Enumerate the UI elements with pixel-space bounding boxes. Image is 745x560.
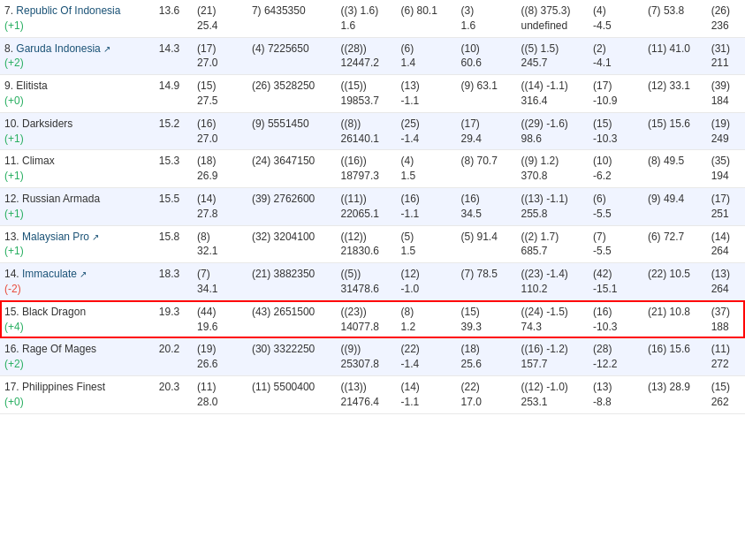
col9-cell: (17)-10.9 — [589, 75, 643, 113]
col6-sub: 1.2 — [401, 321, 416, 333]
col5-rank: ((3) 1.6) — [341, 4, 379, 17]
score-cell: 15.2 — [155, 112, 193, 150]
col4-cell: 7) 6435350 — [247, 0, 337, 37]
col9-cell: (15)-10.3 — [589, 112, 643, 150]
col9-val: (7) — [593, 231, 606, 243]
col10-cell: (6) 72.7 — [643, 225, 707, 263]
col6-val: (25) — [401, 117, 420, 130]
col9-val: (15) — [593, 117, 612, 130]
col7-cell: (22)17.0 — [456, 375, 516, 413]
score-cell: 15.5 — [155, 187, 193, 225]
col5-cell: ((5))31478.6 — [337, 263, 397, 301]
col6-val: (5) — [401, 231, 414, 243]
col11-rank: (31) — [711, 42, 730, 55]
col7-cell: (9) 63.1 — [456, 75, 516, 113]
table-row: 7. Republic Of Indonesia(+1)13.6(21)25.4… — [0, 0, 745, 37]
rank-delta: (+0) — [4, 396, 24, 408]
col7-sub: 29.4 — [460, 132, 481, 145]
col5-cell: ((9))25307.8 — [337, 338, 397, 376]
team-link[interactable]: Republic Of Indonesia — [16, 4, 120, 17]
col8-rank: ((9) 1.2) — [521, 155, 559, 167]
col7-cell: (15)39.3 — [456, 300, 516, 338]
col4-cell: (39) 2762600 — [247, 187, 337, 225]
col6-cell: (14)-1.1 — [397, 375, 457, 413]
col6-sub: -1.4 — [401, 358, 420, 370]
col6-val: (16) — [401, 193, 420, 205]
col7-sub: 1.6 — [460, 19, 475, 32]
col8-val: 316.4 — [521, 95, 547, 107]
col3-rank: (14) — [197, 193, 216, 205]
rank-cell: 15. Black Dragon(+4) — [0, 300, 155, 338]
col8-cell: ((2) 1.7)685.7 — [516, 225, 589, 263]
rank-cell: 12. Russian Armada(+1) — [0, 187, 155, 225]
rank-number: 14. — [4, 268, 22, 280]
col11-val: 272 — [711, 358, 729, 370]
col11-cell: (37)188 — [707, 300, 745, 338]
col5-val: 1.6 — [341, 19, 356, 32]
team-link[interactable]: Malaysian Pro ↗ — [22, 231, 99, 243]
col11-cell: (35)194 — [707, 150, 745, 188]
col5-rank: ((5)) — [341, 268, 361, 280]
col11-cell: (14)264 — [707, 225, 745, 263]
col3-rank: (18) — [197, 155, 216, 167]
col8-rank: ((16) -1.2) — [521, 343, 567, 355]
col8-rank: ((8) 375.3) — [521, 4, 570, 17]
col10-cell: (21) 10.8 — [643, 300, 707, 338]
rank-delta: (+1) — [4, 170, 24, 182]
table-row: 8. Garuda Indonesia ↗(+2)14.3(17)27.0(4)… — [0, 37, 745, 75]
col3-val: 27.8 — [197, 208, 217, 220]
col11-cell: (39)184 — [707, 75, 745, 113]
external-link-icon: ↗ — [103, 44, 110, 54]
col9-val: (10) — [593, 155, 612, 167]
col11-val: 249 — [711, 132, 729, 145]
col9-cell: (2)-4.1 — [589, 37, 643, 75]
col4-cell: (24) 3647150 — [247, 150, 337, 188]
main-table-container: 7. Republic Of Indonesia(+1)13.6(21)25.4… — [0, 0, 745, 414]
col5-val: 21476.4 — [341, 396, 379, 408]
col5-val: 18797.3 — [341, 170, 379, 182]
col7-cell: (7) 78.5 — [456, 263, 516, 301]
col11-val: 264 — [711, 283, 729, 295]
rank-delta: (+2) — [4, 358, 24, 370]
col9-sub: -6.2 — [593, 170, 612, 182]
col11-cell: (19)249 — [707, 112, 745, 150]
col11-rank: (35) — [711, 155, 730, 167]
col8-val: 74.3 — [521, 321, 541, 333]
team-link[interactable]: Garuda Indonesia ↗ — [16, 42, 110, 55]
col7-val: (17) — [460, 117, 479, 130]
rankings-table: 7. Republic Of Indonesia(+1)13.6(21)25.4… — [0, 0, 745, 414]
col9-val: (4) — [593, 4, 606, 17]
col11-cell: (26)236 — [707, 0, 745, 37]
rank-number: 8. — [4, 42, 16, 55]
col10-cell: (9) 49.4 — [643, 187, 707, 225]
col3-val: 28.0 — [197, 396, 217, 408]
col7-cell: (16)34.5 — [456, 187, 516, 225]
col10-cell: (12) 33.1 — [643, 75, 707, 113]
col8-rank: ((13) -1.1) — [521, 193, 567, 205]
col10-cell: (8) 49.5 — [643, 150, 707, 188]
col11-rank: (37) — [711, 306, 730, 318]
col7-cell: (17)29.4 — [456, 112, 516, 150]
rank-number: 12. — [4, 193, 22, 205]
col5-rank: ((11)) — [341, 193, 367, 205]
team-link[interactable]: Immaculate ↗ — [22, 268, 87, 280]
col3-rank: (15) — [197, 79, 216, 92]
score-cell: 15.3 — [155, 150, 193, 188]
col5-val: 21830.6 — [341, 245, 379, 257]
col8-rank: ((12) -1.0) — [521, 381, 567, 393]
col4-cell: (9) 5551450 — [247, 112, 337, 150]
col11-rank: (13) — [711, 268, 730, 280]
col6-val: (8) — [401, 306, 414, 318]
external-link-icon: ↗ — [92, 232, 99, 242]
col9-cell: (13)-8.8 — [589, 375, 643, 413]
col5-rank: ((15)) — [341, 79, 367, 92]
col5-val: 25307.8 — [341, 358, 379, 370]
col7-val: (8) 70.7 — [460, 155, 497, 167]
score-cell: 20.2 — [155, 338, 193, 376]
col6-sub: -1.4 — [401, 132, 420, 145]
col8-val: 110.2 — [521, 283, 547, 295]
rank-cell: 14. Immaculate ↗(-2) — [0, 263, 155, 301]
col9-cell: (4)-4.5 — [589, 0, 643, 37]
col6-sub: -1.1 — [401, 396, 420, 408]
col7-cell: (18)25.6 — [456, 338, 516, 376]
